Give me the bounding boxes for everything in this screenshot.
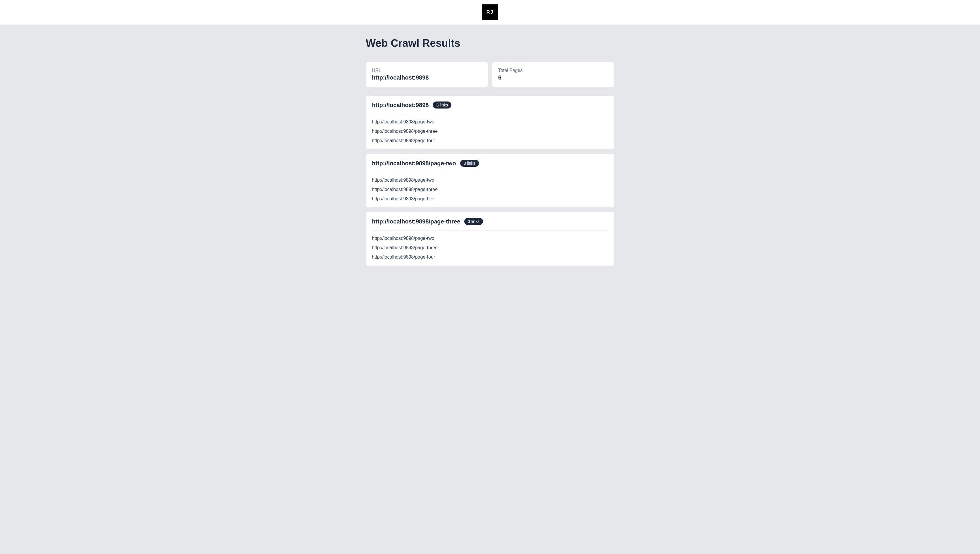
summary-url-value: http://localhost:9898 — [372, 74, 482, 81]
link-item[interactable]: http://localhost:9898/page-three — [372, 245, 608, 250]
logo[interactable]: RJ — [482, 5, 498, 20]
page-title: Web Crawl Results — [366, 37, 614, 49]
result-url: http://localhost:9898/page-two — [372, 160, 456, 167]
header: RJ — [0, 0, 980, 25]
summary-url-label: URL — [372, 68, 482, 73]
summary-row: URL http://localhost:9898 Total Pages 6 — [366, 62, 614, 87]
link-list: http://localhost:9898/page-two http://lo… — [372, 178, 608, 202]
result-card: http://localhost:9898/page-three 3 links… — [366, 212, 614, 266]
result-url: http://localhost:9898 — [372, 102, 429, 108]
link-item[interactable]: http://localhost:9898/page-two — [372, 178, 608, 183]
link-item[interactable]: http://localhost:9898/page-three — [372, 187, 608, 192]
link-item[interactable]: http://localhost:9898/page-two — [372, 119, 608, 124]
result-card: http://localhost:9898/page-two 3 links h… — [366, 154, 614, 208]
link-item[interactable]: http://localhost:9898/page-three — [372, 129, 608, 134]
result-header: http://localhost:9898/page-two 3 links — [372, 160, 608, 172]
link-item[interactable]: http://localhost:9898/page-two — [372, 236, 608, 241]
result-header: http://localhost:9898 3 links — [372, 102, 608, 114]
link-count-badge: 3 links — [464, 218, 483, 225]
link-list: http://localhost:9898/page-two http://lo… — [372, 119, 608, 143]
link-count-badge: 3 links — [433, 102, 452, 108]
main-content: Web Crawl Results URL http://localhost:9… — [366, 25, 614, 282]
summary-card-total-pages: Total Pages 6 — [492, 62, 614, 87]
summary-total-pages-value: 6 — [498, 74, 608, 81]
summary-card-url: URL http://localhost:9898 — [366, 62, 488, 87]
summary-total-pages-label: Total Pages — [498, 68, 608, 73]
link-count-badge: 3 links — [460, 160, 479, 167]
result-card: http://localhost:9898 3 links http://loc… — [366, 96, 614, 150]
result-url: http://localhost:9898/page-three — [372, 218, 460, 225]
link-item[interactable]: http://localhost:9898/page-four — [372, 138, 608, 143]
link-list: http://localhost:9898/page-two http://lo… — [372, 236, 608, 260]
link-item[interactable]: http://localhost:9898/page-four — [372, 255, 608, 260]
link-item[interactable]: http://localhost:9898/page-five — [372, 196, 608, 202]
result-header: http://localhost:9898/page-three 3 links — [372, 218, 608, 231]
